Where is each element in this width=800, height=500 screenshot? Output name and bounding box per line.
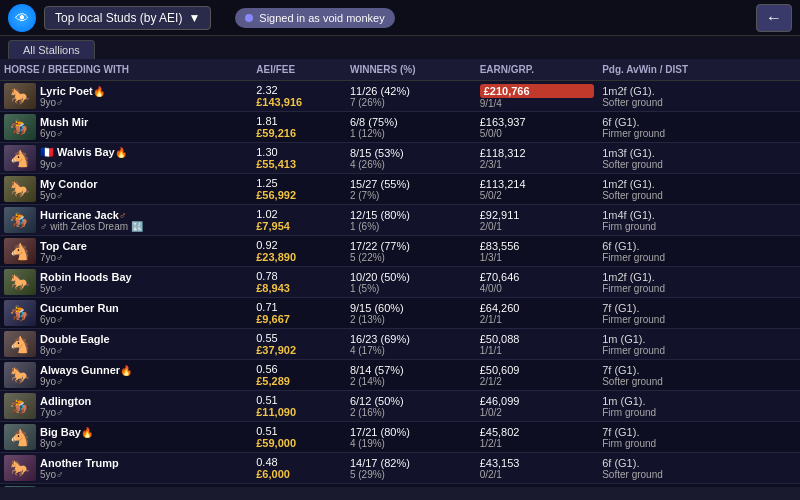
table-row[interactable]: 🐴 Double Eagle 8yo♂ 0.55 £37,902 16/23 (… — [0, 329, 800, 360]
back-icon: ← — [766, 9, 782, 27]
winners-main: 15/27 (55%) — [350, 178, 472, 190]
horse-thumbnail: 🏇 — [4, 114, 36, 140]
app-header: 👁 Top local Studs (by AEI) ▼ Signed in a… — [0, 0, 800, 36]
ground-value: Firmer ground — [602, 252, 796, 263]
aei-fee-cell: 0.55 £37,902 — [252, 329, 346, 360]
aei-fee-cell: 0.56 £5,289 — [252, 360, 346, 391]
horse-thumbnail: 🐴 — [4, 145, 36, 171]
ground-value: Softer ground — [602, 190, 796, 201]
earn-value: £46,099 — [480, 395, 595, 407]
dist-cell: 7f (G1). Firm ground — [598, 422, 800, 453]
winners-main: 14/17 (82%) — [350, 457, 472, 469]
earn-cell: £46,099 1/0/2 — [476, 391, 599, 422]
winners-cell: 14/17 (82%) 5 (29%) — [346, 453, 476, 484]
stud-dropdown[interactable]: Top local Studs (by AEI) ▼ — [44, 6, 211, 30]
horse-info: Big Bay🔥 8yo♂ — [40, 426, 93, 449]
horse-thumbnail: 🏇 — [4, 393, 36, 419]
horse-info: 🇫🇷 Walvis Bay🔥 9yo♂ — [40, 146, 127, 170]
horse-age: 9yo♂ — [40, 376, 132, 387]
table-row[interactable]: 🏇 Slim Shadey 8yo♂ 0.47 £23,000 15/24 (6… — [0, 484, 800, 488]
horse-info: Always Gunner🔥 9yo♂ — [40, 364, 132, 387]
earn-cell: £163,937 5/0/0 — [476, 112, 599, 143]
grp-value: 4/0/0 — [480, 283, 595, 294]
ground-value: Firmer ground — [602, 283, 796, 294]
horse-cell: 🐴 Top Care 7yo♂ — [0, 236, 252, 267]
table-row[interactable]: 🐎 Always Gunner🔥 9yo♂ 0.56 £5,289 8/14 (… — [0, 360, 800, 391]
tab-all-stallions[interactable]: All Stallions — [8, 40, 95, 59]
horse-name: Cucumber Run — [40, 302, 119, 314]
winners-sub: 1 (6%) — [350, 221, 472, 232]
earn-cell: £50,609 2/1/2 — [476, 360, 599, 391]
ground-value: Softer ground — [602, 376, 796, 387]
table-row[interactable]: 🏇 Adlington 7yo♂ 0.51 £11,090 6/12 (50%)… — [0, 391, 800, 422]
winners-sub: 2 (7%) — [350, 190, 472, 201]
winners-sub: 4 (19%) — [350, 438, 472, 449]
grp-value: 1/0/2 — [480, 407, 595, 418]
header-left: 👁 Top local Studs (by AEI) ▼ Signed in a… — [8, 4, 395, 32]
aei-fee-cell: 0.78 £8,943 — [252, 267, 346, 298]
app-icon: 👁 — [8, 4, 36, 32]
horse-cell: 🐎 Lyric Poet🔥 9yo♂ — [0, 81, 252, 112]
dist-cell: 6f (G1). Softer ground — [598, 453, 800, 484]
horse-info: Adlington 7yo♂ — [40, 395, 91, 418]
table-row[interactable]: 🐴 🇫🇷 Walvis Bay🔥 9yo♂ 1.30 £55,413 8/15 … — [0, 143, 800, 174]
tab-bar: All Stallions — [0, 36, 800, 59]
col-aei: AEI/FEE — [252, 59, 346, 81]
horse-cell: 🐎 My Condor 5yo♂ — [0, 174, 252, 205]
table-row[interactable]: 🏇 Mush Mir 6yo♂ 1.81 £59,216 6/8 (75%) 1… — [0, 112, 800, 143]
horse-age: 8yo♂ — [40, 345, 110, 356]
dist-cell: 7f (G1). Softer ground — [598, 360, 800, 391]
table-row[interactable]: 🐎 Robin Hoods Bay 5yo♂ 0.78 £8,943 10/20… — [0, 267, 800, 298]
ground-value: Softer ground — [602, 97, 796, 108]
table-row[interactable]: 🐎 My Condor 5yo♂ 1.25 £56,992 15/27 (55%… — [0, 174, 800, 205]
table-row[interactable]: 🐎 Another Trump 5yo♂ 0.48 £6,000 14/17 (… — [0, 453, 800, 484]
table-row[interactable]: 🐎 Lyric Poet🔥 9yo♂ 2.32 £143,916 11/26 (… — [0, 81, 800, 112]
earn-cell: £83,556 1/3/1 — [476, 236, 599, 267]
winners-main: 10/20 (50%) — [350, 271, 472, 283]
winners-cell: 9/15 (60%) 2 (13%) — [346, 298, 476, 329]
table-row[interactable]: 🏇 Cucumber Run 6yo♂ 0.71 £9,667 9/15 (60… — [0, 298, 800, 329]
aei-value: 0.56 — [256, 363, 342, 375]
winners-cell: 6/12 (50%) 2 (16%) — [346, 391, 476, 422]
dist-cell: 5f (G1). Firmer ground — [598, 484, 800, 488]
winners-cell: 16/23 (69%) 4 (17%) — [346, 329, 476, 360]
signed-in-label: Signed in as void monkey — [259, 12, 384, 24]
dist-value: 1m4f (G1). — [602, 209, 796, 221]
winners-cell: 8/14 (57%) 2 (14%) — [346, 360, 476, 391]
stallions-table: HORSE / BREEDING WITH AEI/FEE WINNERS (%… — [0, 59, 800, 487]
earn-value: £92,911 — [480, 209, 595, 221]
horse-thumbnail: 🏇 — [4, 207, 36, 233]
earn-value: £50,088 — [480, 333, 595, 345]
aei-value: 1.25 — [256, 177, 342, 189]
grp-value: 1/1/1 — [480, 345, 595, 356]
dist-cell: 6f (G1). Firmer ground — [598, 236, 800, 267]
horse-info: Double Eagle 8yo♂ — [40, 333, 110, 356]
table-row[interactable]: 🐴 Top Care 7yo♂ 0.92 £23,890 17/22 (77%)… — [0, 236, 800, 267]
aei-fee-cell: 0.48 £6,000 — [252, 453, 346, 484]
back-button[interactable]: ← — [756, 4, 792, 32]
horse-cell: 🐴 🇫🇷 Walvis Bay🔥 9yo♂ — [0, 143, 252, 174]
stud-dropdown-label: Top local Studs (by AEI) — [55, 11, 182, 25]
winners-main: 12/15 (80%) — [350, 209, 472, 221]
horse-cell: 🐎 Robin Hoods Bay 5yo♂ — [0, 267, 252, 298]
winners-main: 8/14 (57%) — [350, 364, 472, 376]
table-row[interactable]: 🏇 Hurricane Jack♂ ♂ with Zelos Dream 🔣 1… — [0, 205, 800, 236]
earn-value: £45,802 — [480, 426, 595, 438]
col-winners: WINNERS (%) — [346, 59, 476, 81]
dist-value: 1m (G1). — [602, 395, 796, 407]
stallions-table-container[interactable]: HORSE / BREEDING WITH AEI/FEE WINNERS (%… — [0, 59, 800, 487]
horse-age: 7yo♂ — [40, 252, 87, 263]
dist-cell: 6f (G1). Firmer ground — [598, 112, 800, 143]
winners-sub: 2 (14%) — [350, 376, 472, 387]
winners-cell: 15/24 (62%) 4 (16%) — [346, 484, 476, 488]
fee-value: £56,992 — [256, 189, 342, 201]
aei-value: 0.48 — [256, 456, 342, 468]
horse-thumbnail: 🐴 — [4, 331, 36, 357]
earn-cell: £42,893 0/3/1 — [476, 484, 599, 488]
horse-cell: 🏇 Hurricane Jack♂ ♂ with Zelos Dream 🔣 — [0, 205, 252, 236]
grp-value: 2/0/1 — [480, 221, 595, 232]
grp-value: 9/1/4 — [480, 98, 595, 109]
fee-value: £6,000 — [256, 468, 342, 480]
table-row[interactable]: 🐴 Big Bay🔥 8yo♂ 0.51 £59,000 17/21 (80%)… — [0, 422, 800, 453]
winners-main: 17/21 (80%) — [350, 426, 472, 438]
